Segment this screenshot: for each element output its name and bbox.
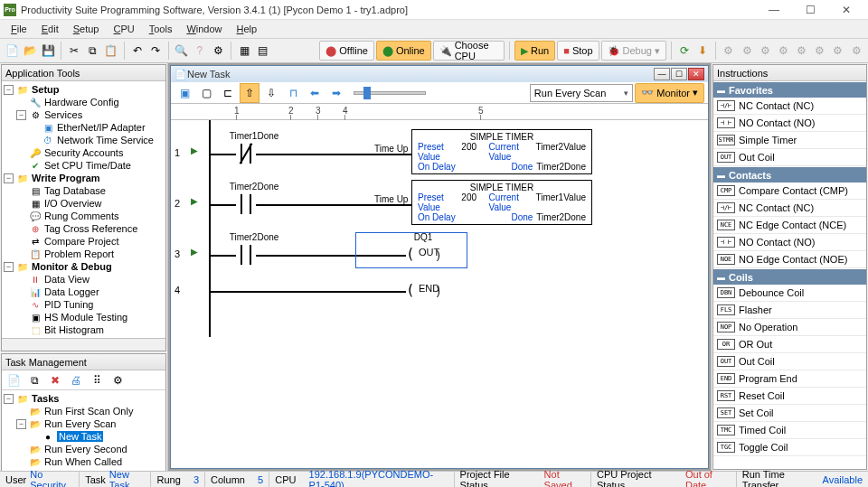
- instr-nc-contact[interactable]: ⊣/⊢NC Contact (NC): [713, 98, 866, 115]
- rung-down-icon[interactable]: ⇩: [261, 83, 281, 103]
- gear1-icon[interactable]: ⚙: [721, 41, 737, 61]
- undo-icon[interactable]: ↶: [129, 41, 146, 61]
- download-icon[interactable]: ⬇: [694, 41, 711, 61]
- wire-icon[interactable]: ⊏: [218, 83, 238, 103]
- node-hardware-config[interactable]: Hardware Config: [44, 97, 119, 108]
- instr-simple-timer[interactable]: STMRSimple Timer: [713, 132, 866, 149]
- gear3-icon[interactable]: ⚙: [757, 41, 773, 61]
- instr-debounce-coil[interactable]: DBNDebounce Coil: [713, 285, 866, 302]
- node-write-program[interactable]: Write Program: [32, 173, 100, 183]
- print-task-icon[interactable]: 🖨: [66, 370, 86, 390]
- node-hs-module[interactable]: HS Module Testing: [44, 312, 127, 323]
- zoom-slider[interactable]: [354, 91, 426, 95]
- node-services[interactable]: Services: [44, 109, 82, 120]
- doc-maximize-button[interactable]: ☐: [671, 68, 687, 80]
- node-security[interactable]: Security Accounts: [44, 147, 123, 158]
- hardware-icon[interactable]: ▦: [236, 41, 252, 61]
- scan-mode-combo[interactable]: Run Every Scan: [530, 84, 633, 102]
- instructions-panel[interactable]: Favorites ⊣/⊢NC Contact (NC) ⊣ ⊢NO Conta…: [713, 81, 866, 469]
- node-run-first[interactable]: Run First Scan Only: [44, 406, 133, 417]
- node-run-every-scan[interactable]: Run Every Scan: [44, 418, 116, 429]
- node-setup[interactable]: Setup: [32, 84, 60, 95]
- monitor-button[interactable]: 👓 Monitor ▾: [635, 83, 704, 103]
- minimize-button[interactable]: —: [756, 0, 792, 20]
- stop-button[interactable]: ■Stop: [557, 41, 599, 61]
- ladder-canvas[interactable]: 1 ▶ Timer1Done Time Up SIMPLE TIMER Pres…: [171, 120, 708, 468]
- instr-set-coil[interactable]: SETSet Coil: [713, 405, 866, 422]
- transfer-icon[interactable]: ⟳: [676, 41, 693, 61]
- menu-cpu[interactable]: CPU: [106, 22, 141, 36]
- instr-flasher[interactable]: FLSFlasher: [713, 302, 866, 319]
- node-pid[interactable]: PID Tuning: [44, 299, 93, 310]
- instr-reset-coil[interactable]: RSTReset Coil: [713, 388, 866, 405]
- node-set-time[interactable]: Set CPU Time/Date: [44, 160, 131, 171]
- task-opts-icon[interactable]: ⠿: [87, 370, 107, 390]
- cat-coils[interactable]: Coils: [713, 268, 866, 285]
- application-tools-tree[interactable]: −📁Setup 🔧Hardware Config −⚙Services ▣Eth…: [2, 81, 165, 338]
- instr-no-operation[interactable]: NOPNo Operation: [713, 319, 866, 336]
- menu-file[interactable]: File: [4, 22, 34, 36]
- menu-edit[interactable]: Edit: [34, 22, 66, 36]
- menu-window[interactable]: Window: [179, 22, 229, 36]
- cut-icon[interactable]: ✂: [66, 41, 82, 61]
- redo-icon[interactable]: ↷: [147, 41, 164, 61]
- help-icon[interactable]: ?: [192, 41, 208, 61]
- node-run-when-called[interactable]: Run When Called: [44, 456, 122, 467]
- timer-block[interactable]: SIMPLE TIMER Preset Value 200 Current Va…: [411, 180, 592, 225]
- paste-icon[interactable]: 📋: [103, 41, 119, 61]
- no-contact[interactable]: Timer2Done: [236, 245, 256, 265]
- expand-icon[interactable]: −: [4, 262, 14, 272]
- node-run-every-second[interactable]: Run Every Second: [44, 444, 127, 454]
- instr-or-out[interactable]: OROR Out: [713, 336, 866, 353]
- instr-out-coil[interactable]: OUTOut Coil: [713, 353, 866, 370]
- instr-no-edge-contact[interactable]: NOENO Edge Contact (NOE): [713, 251, 866, 268]
- rung-1[interactable]: 1 ▶ Timer1Done Time Up SIMPLE TIMER Pres…: [171, 129, 708, 180]
- copy-task-icon[interactable]: ⧉: [24, 370, 44, 390]
- cat-favorites[interactable]: Favorites: [713, 81, 866, 98]
- tagdb-icon[interactable]: ▤: [254, 41, 270, 61]
- node-problem-report[interactable]: Problem Report: [44, 248, 114, 259]
- online-button[interactable]: ⬤Online: [376, 41, 431, 61]
- menu-tools[interactable]: Tools: [142, 22, 180, 36]
- node-data-view[interactable]: Data View: [44, 274, 90, 285]
- node-monitor-debug[interactable]: Monitor & Debug: [32, 261, 112, 272]
- node-rung-comments[interactable]: Rung Comments: [44, 211, 119, 221]
- node-ethernetip[interactable]: EtherNet/IP Adapter: [57, 122, 146, 133]
- choose-cpu-button[interactable]: 🔌Choose CPU: [433, 41, 505, 61]
- gear2-icon[interactable]: ⚙: [739, 41, 755, 61]
- instr-nc-contact[interactable]: ⊣/⊢NC Contact (NC): [713, 200, 866, 217]
- prev-icon[interactable]: ⬅: [305, 83, 325, 103]
- save-icon[interactable]: 💾: [40, 41, 56, 61]
- node-io-overview[interactable]: I/O Overview: [44, 198, 102, 209]
- node-tasks[interactable]: Tasks: [32, 393, 59, 404]
- task-tree[interactable]: −📁Tasks 📂Run First Scan Only −📂Run Every…: [2, 390, 165, 471]
- open-icon[interactable]: 📂: [22, 41, 38, 61]
- gear8-icon[interactable]: ⚙: [848, 41, 864, 61]
- expand-icon[interactable]: −: [16, 419, 26, 429]
- close-button[interactable]: ✕: [828, 0, 864, 20]
- rung-4[interactable]: 4 () END: [171, 267, 708, 317]
- gear7-icon[interactable]: ⚙: [830, 41, 846, 61]
- task-prop-icon[interactable]: ⚙: [108, 370, 127, 390]
- branch-icon[interactable]: ⊓: [283, 83, 303, 103]
- edit-rung-icon[interactable]: ▢: [196, 83, 216, 103]
- node-nts[interactable]: Network Time Service: [57, 135, 154, 145]
- doc-close-button[interactable]: ✕: [688, 68, 704, 80]
- instr-no-contact[interactable]: ⊣ ⊢NO Contact (NO): [713, 234, 866, 251]
- instr-nc-edge-contact[interactable]: NCENC Edge Contact (NCE): [713, 217, 866, 234]
- instr-timed-coil[interactable]: TMCTimed Coil: [713, 422, 866, 439]
- new-icon[interactable]: 📄: [4, 41, 20, 61]
- doc-minimize-button[interactable]: —: [654, 68, 670, 80]
- offline-button[interactable]: ⬤Offline: [319, 41, 374, 61]
- instr-no-contact[interactable]: ⊣ ⊢NO Contact (NO): [713, 115, 866, 132]
- cat-contacts[interactable]: Contacts: [713, 166, 866, 183]
- node-data-logger[interactable]: Data Logger: [44, 286, 99, 297]
- nc-contact[interactable]: Timer1Done: [236, 144, 256, 164]
- timer-block[interactable]: SIMPLE TIMER Preset Value 200 Current Va…: [411, 129, 592, 174]
- end-coil[interactable]: () END: [406, 281, 440, 298]
- node-bit-histogram[interactable]: Bit Histogram: [44, 324, 104, 335]
- instr-out-coil[interactable]: OUTOut Coil: [713, 149, 866, 166]
- add-task-icon[interactable]: 📄: [4, 370, 24, 390]
- run-button[interactable]: ▶Run: [514, 41, 555, 61]
- copy-icon[interactable]: ⧉: [84, 41, 100, 61]
